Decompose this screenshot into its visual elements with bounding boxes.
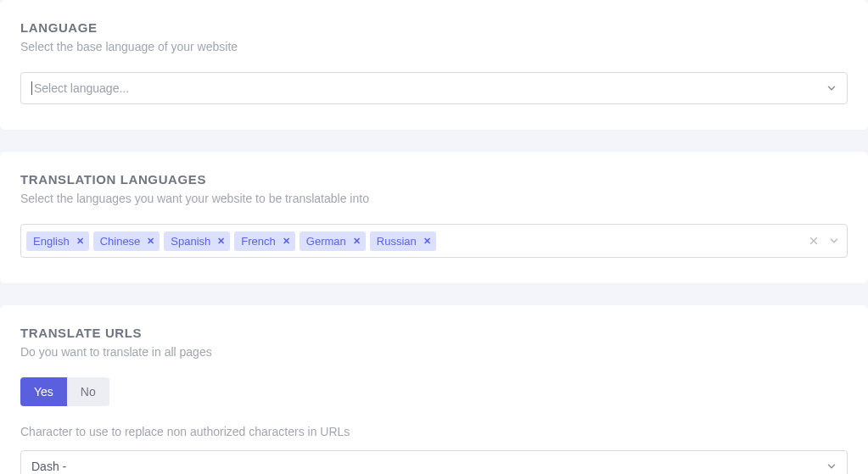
language-tag: English✕ <box>26 231 89 251</box>
url-char-label: Character to use to replace non authoriz… <box>20 425 848 438</box>
remove-tag-icon[interactable]: ✕ <box>76 237 84 246</box>
url-char-select-wrap: Dash - <box>20 450 848 474</box>
language-tag-label: German <box>306 235 346 248</box>
url-char-value: Dash - <box>31 460 66 473</box>
language-tag-label: French <box>241 235 275 248</box>
language-subtitle: Select the base language of your website <box>20 40 848 53</box>
language-tag: Spanish✕ <box>164 231 230 251</box>
translation-title: TRANSLATION LANGUAGES <box>20 172 848 187</box>
language-select-wrap: Select language... <box>20 72 848 104</box>
text-cursor <box>31 81 32 95</box>
language-card: LANGUAGE Select the base language of you… <box>0 0 868 130</box>
language-tag: French✕ <box>234 231 294 251</box>
language-tag: German✕ <box>300 231 366 251</box>
translation-subtitle: Select the languages you want your websi… <box>20 192 848 205</box>
translate-urls-toggle: Yes No <box>20 377 109 406</box>
language-tag: Chinese✕ <box>93 231 160 251</box>
remove-tag-icon[interactable]: ✕ <box>217 237 225 246</box>
urls-card: TRANSLATE URLS Do you want to translate … <box>0 305 868 474</box>
language-tag-label: Russian <box>377 235 417 248</box>
language-tag-label: Chinese <box>100 235 141 248</box>
remove-tag-icon[interactable]: ✕ <box>423 237 431 246</box>
urls-subtitle: Do you want to translate in all pages <box>20 345 848 359</box>
toggle-no-button[interactable]: No <box>67 377 109 406</box>
translation-multi-select[interactable]: English✕Chinese✕Spanish✕French✕German✕Ru… <box>20 224 848 258</box>
translation-card: TRANSLATION LANGUAGES Select the languag… <box>0 152 868 283</box>
language-select-placeholder: Select language... <box>34 81 129 95</box>
chevron-down-icon[interactable] <box>828 235 840 247</box>
remove-tag-icon[interactable]: ✕ <box>353 237 361 246</box>
remove-tag-icon[interactable]: ✕ <box>283 237 290 246</box>
url-char-select[interactable]: Dash - <box>20 450 848 474</box>
language-title: LANGUAGE <box>20 20 848 35</box>
clear-all-icon[interactable] <box>808 235 820 247</box>
multi-select-actions <box>808 235 840 247</box>
language-tag: Russian✕ <box>370 231 436 251</box>
urls-title: TRANSLATE URLS <box>20 326 848 340</box>
language-select[interactable]: Select language... <box>20 72 848 104</box>
language-tag-label: Spanish <box>171 235 210 248</box>
toggle-yes-button[interactable]: Yes <box>20 377 67 406</box>
language-tag-label: English <box>33 235 70 248</box>
remove-tag-icon[interactable]: ✕ <box>147 237 154 246</box>
